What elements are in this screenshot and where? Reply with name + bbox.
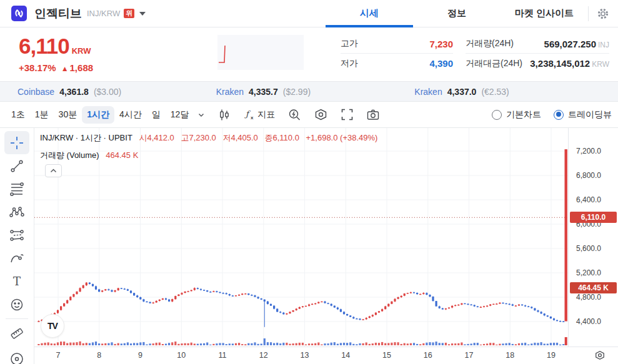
snapshot-button[interactable] bbox=[362, 106, 384, 124]
high-label: 고가 bbox=[341, 38, 358, 49]
volume-label: 거래량(24H) bbox=[466, 38, 514, 49]
crosshair-icon bbox=[9, 135, 25, 151]
x-axis-tick: 19 bbox=[547, 351, 556, 360]
stats-col-highlow: 고가 7,230 저가 4,390 bbox=[341, 34, 453, 73]
x-axis-tick: 13 bbox=[301, 351, 309, 360]
measure-ruler-tool[interactable] bbox=[4, 322, 29, 345]
forecast-tool[interactable] bbox=[4, 224, 29, 247]
timeframe-4h[interactable]: 4시간 bbox=[114, 106, 147, 124]
mini-sparkline-chart bbox=[217, 35, 304, 70]
indicators-button[interactable]: ƒ x 지표 bbox=[240, 107, 279, 123]
low-value: 4,390 bbox=[429, 58, 453, 69]
x-axis-tick: 12 bbox=[259, 351, 268, 360]
magnet-tool[interactable] bbox=[4, 345, 29, 364]
fib-lines-icon bbox=[9, 181, 25, 197]
header-tabs: 시세 정보 마켓 인사이트 bbox=[326, 0, 588, 27]
trade-value-value: 3,238,145,012KRW bbox=[530, 58, 609, 69]
tab-info[interactable]: 정보 bbox=[413, 0, 501, 27]
chart-toolbar: 1초 1분 30분 1시간 4시간 일 12달 ƒ x 지표 bbox=[0, 102, 618, 128]
legend-change: +1,698.0 (+38.49%) bbox=[306, 133, 378, 142]
sidebar-divider bbox=[6, 318, 28, 319]
timeframe-1h[interactable]: 1시간 bbox=[82, 106, 114, 124]
x-axis-tick: 14 bbox=[341, 351, 350, 360]
stat-value-row: 거래대금(24H) 3,238,145,012KRW bbox=[466, 54, 609, 73]
ticker-kraken-eur: Kraken4,337.0(€2.53) bbox=[412, 87, 618, 97]
up-arrow-icon: ▲ bbox=[61, 64, 69, 73]
legend-close: 종6,110.0 bbox=[264, 133, 299, 142]
x-axis-tick: 8 bbox=[97, 351, 101, 360]
brush-tool[interactable] bbox=[4, 247, 29, 270]
chevron-up-icon bbox=[50, 169, 57, 173]
tradingview-logo[interactable]: TV bbox=[41, 314, 64, 338]
ticker-coinbase: Coinbase4,361.8($3.00) bbox=[0, 87, 206, 97]
coin-name: 인젝티브 bbox=[34, 6, 82, 22]
timeframe-1m[interactable]: 1분 bbox=[30, 106, 54, 124]
stat-low-row: 저가 4,390 bbox=[341, 54, 453, 73]
chart-area: T INJ/KRW · 1시간 bbox=[0, 128, 618, 364]
coin-dropdown-caret-icon[interactable] bbox=[139, 12, 146, 16]
legend-open: 시4,412.0 bbox=[139, 133, 174, 142]
exchange-ticker-bar: Coinbase4,361.8($3.00) Kraken4,335.7($2.… bbox=[0, 81, 618, 102]
volume-value: 569,027.250INJ bbox=[544, 39, 609, 49]
price-axis[interactable]: 4,400.04,800.05,200.05,600.06,000.06,400… bbox=[568, 128, 618, 347]
hexagon-settings-icon bbox=[594, 350, 606, 361]
y-axis-tick: 4,400.0 bbox=[576, 317, 601, 327]
market-badge: 위 bbox=[124, 9, 134, 18]
svg-text:ƒ: ƒ bbox=[244, 109, 251, 119]
x-axis-tick: 17 bbox=[465, 351, 474, 360]
indicators-label: 지표 bbox=[257, 109, 275, 121]
legend-collapse-button[interactable] bbox=[45, 164, 62, 177]
stats-grid: 고가 7,230 저가 4,390 거래량(24H) 569,027.250IN… bbox=[341, 34, 609, 73]
camera-icon bbox=[366, 108, 380, 122]
x-axis-tick: 10 bbox=[177, 351, 186, 360]
timeframe-12M[interactable]: 12달 bbox=[166, 106, 194, 124]
svg-text:T: T bbox=[13, 275, 21, 288]
y-axis-tick: 4,800.0 bbox=[576, 292, 601, 302]
crosshair-tool[interactable] bbox=[4, 131, 29, 154]
candlestick-icon bbox=[217, 108, 231, 122]
timeframe-30m[interactable]: 30분 bbox=[54, 106, 82, 124]
candle-style-button[interactable] bbox=[214, 106, 235, 124]
trade-value-label: 거래대금(24H) bbox=[466, 58, 522, 69]
current-volume-badge: 464.45 K bbox=[570, 282, 617, 293]
candlestick-chart[interactable]: INJ/KRW · 1시간 · UPBIT 시4,412.0 고7,230.0 … bbox=[34, 128, 568, 347]
trend-line-icon bbox=[9, 158, 25, 174]
forecast-icon bbox=[9, 227, 25, 243]
text-icon: T bbox=[9, 273, 25, 290]
settings-gear-button[interactable] bbox=[588, 6, 617, 21]
y-axis-tick: 6,400.0 bbox=[576, 195, 601, 205]
quick-search-button[interactable] bbox=[284, 106, 305, 124]
fullscreen-icon bbox=[341, 108, 354, 121]
radio-basic-chart[interactable]: 기본차트 bbox=[492, 109, 541, 121]
legend-low: 저4,405.0 bbox=[222, 133, 257, 142]
trend-line-tool[interactable] bbox=[4, 154, 29, 177]
price-summary: 6,110KRW +38.17%▲1,688 고가 7,230 저가 4,390 bbox=[0, 27, 618, 81]
timeframe-1s[interactable]: 1초 bbox=[6, 106, 30, 124]
brush-icon bbox=[9, 250, 25, 267]
axis-settings-button[interactable] bbox=[594, 350, 606, 363]
time-axis[interactable]: 78910111213141516171819 bbox=[34, 347, 618, 364]
emoji-tool[interactable] bbox=[4, 293, 29, 316]
y-axis-tick: 6,800.0 bbox=[576, 170, 601, 180]
timeframe-1d[interactable]: 일 bbox=[147, 106, 166, 124]
y-axis-tick: 5,200.0 bbox=[576, 268, 601, 278]
volume-legend: 거래량 (Volume) 464.45 K bbox=[40, 150, 138, 161]
fullscreen-button[interactable] bbox=[337, 106, 357, 123]
text-tool[interactable]: T bbox=[4, 270, 29, 293]
magnifier-lightning-icon bbox=[287, 108, 301, 122]
fib-retracement-tool[interactable] bbox=[4, 177, 29, 200]
radio-tradingview[interactable]: 트레이딩뷰 bbox=[554, 109, 612, 121]
timeframe-more-button[interactable] bbox=[194, 109, 209, 121]
legend-symbol: INJ/KRW · 1시간 · UPBIT bbox=[40, 133, 132, 142]
crypto-detail-page: 인젝티브 INJ/KRW 위 시세 정보 마켓 인사이트 6,110KRW +3… bbox=[0, 0, 618, 364]
chart-legend: INJ/KRW · 1시간 · UPBIT 시4,412.0 고7,230.0 … bbox=[40, 132, 377, 144]
high-value: 7,230 bbox=[429, 39, 453, 49]
xabcd-pattern-tool[interactable] bbox=[4, 200, 29, 224]
tab-price[interactable]: 시세 bbox=[326, 0, 413, 27]
x-axis-tick: 9 bbox=[138, 351, 142, 360]
sparkline-path bbox=[219, 46, 225, 62]
injective-logo-icon bbox=[11, 6, 27, 21]
x-axis-tick: 16 bbox=[424, 351, 432, 360]
chart-settings-button[interactable] bbox=[310, 106, 332, 124]
tab-market-insight[interactable]: 마켓 인사이트 bbox=[501, 0, 588, 27]
